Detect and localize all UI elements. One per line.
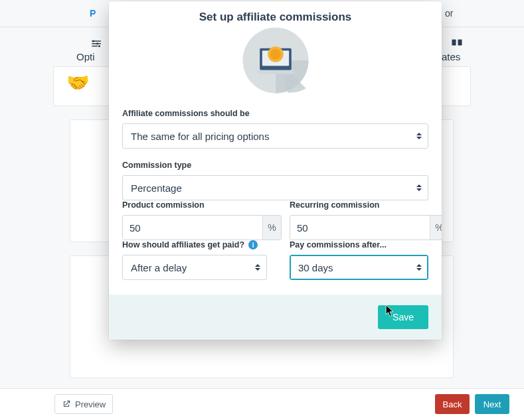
type-select-value: Percentage: [131, 182, 182, 194]
svg-point-10: [270, 49, 281, 60]
svg-rect-4: [458, 40, 462, 46]
options-label-partial: Opti: [76, 51, 95, 62]
handshake-icon: 🤝: [66, 72, 90, 94]
scope-label: Affiliate commissions should be: [122, 109, 428, 118]
type-select[interactable]: Percentage: [122, 175, 428, 200]
svg-point-2: [96, 42, 98, 44]
updown-caret-icon: [416, 183, 422, 192]
next-button[interactable]: Next: [475, 394, 509, 414]
svg-rect-3: [452, 40, 456, 46]
back-button[interactable]: Back: [435, 394, 470, 414]
percent-unit: %: [430, 216, 442, 240]
modal-footer: Save: [109, 295, 442, 340]
save-button[interactable]: Save: [378, 305, 428, 329]
svg-rect-8: [257, 70, 294, 74]
product-commission-input-group: %: [122, 215, 282, 240]
updown-caret-icon: [254, 263, 261, 272]
nav-tab-partial-left[interactable]: P: [90, 8, 96, 19]
scope-select-value: The same for all pricing options: [131, 131, 269, 142]
product-commission-label: Product commission: [122, 200, 282, 210]
recurring-commission-input-group: %: [290, 215, 442, 240]
recurring-commission-label: Recurring commission: [290, 200, 442, 210]
svg-point-1: [92, 40, 94, 42]
rates-icon: [444, 36, 470, 52]
affiliate-commissions-modal: Set up affiliate commissions Affiliate c…: [109, 1, 442, 340]
paid-how-label: How should affiliates get paid? i: [122, 240, 267, 249]
percent-unit: %: [262, 216, 281, 240]
paid-how-label-text: How should affiliates get paid?: [122, 240, 244, 249]
modal-header: Set up affiliate commissions: [109, 1, 442, 109]
pay-after-select[interactable]: 30 days: [290, 255, 428, 280]
scope-select[interactable]: The same for all pricing options: [122, 123, 428, 149]
updown-caret-icon: [416, 131, 422, 141]
modal-title: Set up affiliate commissions: [122, 11, 428, 24]
options-icon: [83, 37, 110, 52]
preview-button[interactable]: Preview: [54, 394, 113, 414]
product-commission-input[interactable]: [123, 216, 262, 240]
modal-illustration-icon: [239, 24, 312, 97]
svg-point-0: [98, 45, 100, 47]
modal-body: Affiliate commissions should be The same…: [109, 109, 442, 295]
updown-caret-icon: [416, 263, 422, 272]
nav-tab-partial-right[interactable]: or: [445, 8, 453, 19]
paid-how-select[interactable]: After a delay: [122, 255, 267, 280]
bg-footer: Preview Back Next: [0, 388, 524, 420]
paid-how-select-value: After a delay: [131, 262, 187, 273]
pay-after-label: Pay commissions after...: [290, 240, 428, 249]
type-label: Commission type: [122, 161, 428, 170]
rates-label-partial: ates: [442, 51, 460, 62]
recurring-commission-input[interactable]: [290, 216, 430, 240]
preview-button-label: Preview: [75, 399, 106, 409]
info-icon[interactable]: i: [248, 240, 258, 249]
pay-after-select-value: 30 days: [298, 262, 333, 273]
